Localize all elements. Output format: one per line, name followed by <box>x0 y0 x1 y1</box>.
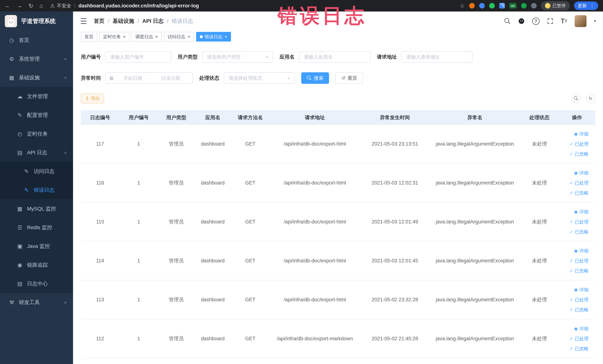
chevron-up-icon: ∧ <box>64 150 67 155</box>
sidebar-item-链路追踪[interactable]: ◉ 链路追踪 <box>0 256 73 274</box>
reload-icon[interactable]: ↻ <box>29 3 33 9</box>
sidebar-item-访问日志[interactable]: ✎ 访问日志 <box>0 162 73 181</box>
chevron-down-icon: ∨ <box>64 300 67 305</box>
sidebar-item-文件管理[interactable]: ☁ 文件管理 <box>0 87 73 106</box>
user-id-input[interactable] <box>105 51 171 63</box>
cell-status: 未处理 <box>520 124 559 163</box>
sidebar-item-MySQL 监控[interactable]: ▦ MySQL 监控 <box>0 199 73 218</box>
reset-button[interactable]: ↺ 重置 <box>335 72 363 84</box>
check-icon: ✓ <box>570 268 573 273</box>
paused-button[interactable]: 已暂停 <box>541 1 570 10</box>
toggle-search-button[interactable] <box>571 94 581 103</box>
cell-actions: ◉详细 ✓已处理 ✓已忽略 <box>559 280 595 319</box>
breadcrumb-item[interactable]: API 日志 <box>142 17 163 25</box>
extension-on-badge[interactable]: on <box>509 3 517 9</box>
tab-调度日志[interactable]: 调度日志 × <box>132 32 162 42</box>
font-size-icon[interactable]: TT <box>561 17 567 25</box>
mark-ignored-link[interactable]: ✓已忽略 <box>561 266 589 276</box>
extension-icon[interactable] <box>521 3 527 9</box>
bookmark-star-icon[interactable]: ☆ <box>460 3 465 9</box>
sidebar-item-首页[interactable]: ◷ 首页 <box>0 31 73 49</box>
sidebar-item-Java 监控[interactable]: ▣ Java 监控 <box>0 237 73 256</box>
close-icon[interactable]: × <box>123 34 126 39</box>
collapse-sidebar-icon[interactable]: ☰ <box>80 17 87 26</box>
extension-icon[interactable] <box>531 3 537 9</box>
extension-icon[interactable] <box>489 3 495 9</box>
address-bar[interactable]: ⚠ 不安全 | dashboard.yudao.iocoder.cn/infra… <box>50 3 460 9</box>
close-icon[interactable]: × <box>155 34 158 39</box>
breadcrumb-item[interactable]: 基础设施 <box>113 17 134 25</box>
close-icon[interactable]: × <box>188 34 190 39</box>
exception-time-range-picker[interactable]: ▦ 开始日期 - 结束日期 <box>105 72 193 84</box>
extension-icon[interactable] <box>469 3 475 9</box>
mark-processed-link[interactable]: ✓已处理 <box>561 334 589 344</box>
check-icon: ✓ <box>570 141 573 146</box>
github-icon[interactable] <box>518 18 525 24</box>
infrastructure-icon: ▦ <box>8 75 15 81</box>
mark-processed-link[interactable]: ✓已处理 <box>561 217 589 227</box>
check-icon: ✓ <box>570 219 573 224</box>
breadcrumb-item[interactable]: 首页 <box>94 17 104 25</box>
sidebar-item-系统管理[interactable]: ⚙ 系统管理 ∨ <box>0 49 73 68</box>
mark-processed-link[interactable]: ✓已处理 <box>561 178 589 188</box>
detail-link[interactable]: ◉详细 <box>561 168 589 178</box>
mark-ignored-link[interactable]: ✓已忽略 <box>561 149 589 159</box>
detail-link[interactable]: ◉详细 <box>561 324 589 334</box>
sidebar-item-错误日志[interactable]: ✎ 错误日志 <box>0 181 73 199</box>
calendar-icon: ▦ <box>109 75 114 81</box>
home-icon[interactable]: ⌂ <box>39 3 43 9</box>
cell-status: 未处理 <box>520 241 559 280</box>
kebab-menu-icon[interactable]: ⋮ <box>590 3 594 9</box>
back-icon[interactable]: ← <box>5 3 10 9</box>
process-status-select[interactable]: 请选择处理状态 ∨ <box>224 72 295 84</box>
detail-link[interactable]: ◉详细 <box>561 246 589 256</box>
close-icon[interactable]: × <box>225 34 227 39</box>
mark-ignored-link[interactable]: ✓已忽略 <box>561 305 589 315</box>
fullscreen-icon[interactable] <box>547 18 553 24</box>
export-button[interactable]: ↥ 导出 <box>81 94 104 104</box>
search-button[interactable]: 搜索 <box>301 72 329 84</box>
extension-icon[interactable] <box>479 3 485 9</box>
cell-app-name: dashboard <box>195 202 231 241</box>
update-button[interactable]: 更新 ⋮ <box>574 1 598 10</box>
cell-status: 未处理 <box>520 280 559 319</box>
mark-processed-link[interactable]: ✓已处理 <box>561 139 589 149</box>
sidebar-item-日志中心[interactable]: ▤ 日志中心 <box>0 274 73 293</box>
detail-link[interactable]: ◉详细 <box>561 285 589 295</box>
logo[interactable]: 芋道管理系统 <box>0 12 73 31</box>
mark-ignored-link[interactable]: ✓已忽略 <box>561 188 589 198</box>
app-name-input[interactable] <box>299 51 371 63</box>
extension-icon[interactable] <box>499 3 505 9</box>
sidebar-item-配置管理[interactable]: ✎ 配置管理 <box>0 106 73 124</box>
detail-link[interactable]: ◉详细 <box>561 129 589 139</box>
mark-ignored-link[interactable]: ✓已忽略 <box>561 344 589 354</box>
request-url-input[interactable] <box>401 51 473 63</box>
mark-processed-link[interactable]: ✓已处理 <box>561 295 589 305</box>
sidebar-item-定时任务[interactable]: ◴ 定时任务 <box>0 124 73 143</box>
refresh-button[interactable]: ↻ <box>586 94 595 103</box>
user-avatar[interactable] <box>575 15 587 27</box>
help-icon[interactable]: ? <box>532 17 540 25</box>
mark-processed-link[interactable]: ✓已处理 <box>561 256 589 266</box>
sidebar-item-基础设施[interactable]: ▦ 基础设施 ∧ <box>0 68 73 87</box>
eye-icon: ◉ <box>574 170 578 176</box>
chevron-down-icon[interactable]: ▾ <box>594 19 596 23</box>
mark-ignored-link[interactable]: ✓已忽略 <box>561 227 589 237</box>
search-icon[interactable] <box>504 18 511 24</box>
paused-label: 已暂停 <box>552 3 566 9</box>
detail-link[interactable]: ◉详细 <box>561 207 589 217</box>
page-header: ☰ 首页/基础设施/API 日志/错误日志 ? <box>73 12 603 31</box>
sidebar-item-研发工具[interactable]: ⚒ 研发工具 ∨ <box>0 293 73 312</box>
tab-定时任务[interactable]: 定时任务 × <box>99 32 129 42</box>
sidebar-item-Redis 监控[interactable]: ☰ Redis 监控 <box>0 218 73 237</box>
table-header-row: 日志编号用户编号用户类型应用名请求方法名请求地址异常发生时间异常名处理状态操作 <box>81 111 595 124</box>
column-header-异常名: 异常名 <box>429 111 520 124</box>
sidebar-item-label: 研发工具 <box>19 299 64 306</box>
sidebar-item-API 日志[interactable]: ▤ API 日志 ∧ <box>0 143 73 162</box>
forward-icon[interactable]: → <box>17 3 22 9</box>
tab-label: 定时任务 <box>103 34 121 40</box>
tab-错误日志[interactable]: 错误日志 × <box>196 32 231 42</box>
user-type-select[interactable]: 请选择用户类型 ∨ <box>202 51 273 63</box>
tab-访问日志[interactable]: 访问日志 × <box>164 32 194 42</box>
tab-首页[interactable]: 首页 <box>81 32 97 42</box>
